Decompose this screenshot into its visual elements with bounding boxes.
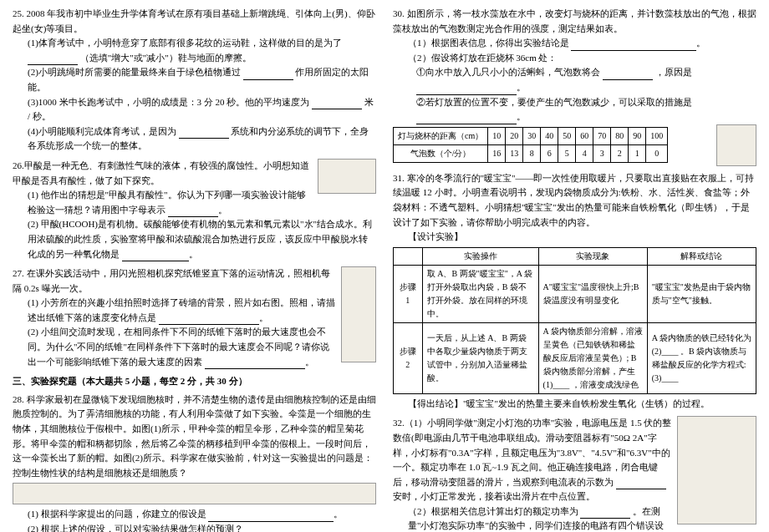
right-column: 30. 如图所示，将一枝水藻放在水中，改变灯与烧杯的距离，并计数藻枝放出的气泡，… <box>393 7 756 532</box>
q30-2a-blank1[interactable] <box>603 71 653 80</box>
q26-figure <box>318 159 376 194</box>
q32-figure <box>677 416 756 524</box>
q25-4-blank[interactable] <box>179 129 229 139</box>
q32: 32.（1）小明同学做"测定小灯泡的功率"实验，电源电压是 1.5 伏的整数倍(… <box>393 416 756 532</box>
q25-stem: 25. 2008 年我市初中毕业生升学体育考试在原有项目基础上新增跳绳、引体向上… <box>13 7 376 36</box>
q30-2b-blank[interactable] <box>416 115 517 124</box>
q30-2: （2）假设将灯放在距烧杯 36cm 处： <box>393 51 756 66</box>
table-row: 气泡数（个/分） 16 13 8 6 5 4 3 2 1 0 <box>394 144 668 162</box>
q25-1-blank[interactable] <box>28 56 78 65</box>
q31-conclusion: 【得出结论】"暖宝宝"发出的热量主要来自铁粉发生氧化（生锈）的过程。 <box>393 397 756 412</box>
q25: 25. 2008 年我市初中毕业生升学体育考试在原有项目基础上新增跳绳、引体向上… <box>13 7 376 154</box>
q26-2-blank[interactable] <box>122 252 189 261</box>
q27-2: (2) 小组间交流时发现，在相同条件下不同的纸锥下落时的最大速度也会不同。为什么… <box>13 325 376 369</box>
q31-stem: 31. 寒冷的冬季流行的"暖宝宝"——即一次性使用取暖片，只要取出直接贴在衣服上… <box>393 171 756 230</box>
q31-design-label: 【设计实验】 <box>393 230 756 245</box>
q28: 28. 科学家最初在显微镜下发现细胞核时，并不清楚生物的遗传是由细胞核控制的还是… <box>13 393 376 532</box>
q32-1-blank[interactable] <box>616 480 666 489</box>
q31-table: 实验操作 实验现象 解释或结论 步骤 1 取 A、B 两袋"暖宝宝"，A 袋打开… <box>393 247 756 394</box>
q27-1-blank[interactable] <box>159 316 259 325</box>
q30-2b: ②若灯放置的位置不变，要使产生的气泡数减少，可以采取的措施是 。 <box>393 95 756 124</box>
q25-2-blank[interactable] <box>243 71 293 80</box>
q28-stem: 28. 科学家最初在显微镜下发现细胞核时，并不清楚生物的遗传是由细胞核控制的还是… <box>13 393 376 481</box>
q30-2a-blank2[interactable] <box>416 86 517 95</box>
q26-1-blank[interactable] <box>168 208 218 217</box>
q25-2: (2)小明跳绳时所需要的能量最终来自于绿色植物通过 作用所固定的太阳能。 <box>13 65 376 94</box>
q30-table: 灯与烧杯的距离（cm） 10 20 30 40 50 60 70 80 90 1… <box>393 127 668 163</box>
q27: 27. 在课外实践活动中，用闪光照相机探究纸锥竖直下落的运动情况，照相机每隔 0… <box>13 266 376 369</box>
q25-4: (4)小明能顺利完成体育考试，是因为 系统和内分泌系统的调节下，全身各系统形成一… <box>13 124 376 154</box>
table-row: 实验操作 实验现象 解释或结论 <box>394 247 756 265</box>
q32-2-blank[interactable] <box>580 509 630 519</box>
q30-2a: ①向水中放入几只小小的活蝌蚪，气泡数将会 ，原因是 。 <box>393 65 756 94</box>
q28-2-blank[interactable] <box>245 528 345 532</box>
q30-stem: 30. 如图所示，将一枝水藻放在水中，改变灯与烧杯的距离，并计数藻枝放出的气泡，… <box>393 7 756 36</box>
q28-1: (1) 根据科学家提出的问题，你建立的假设是 。 <box>13 507 376 522</box>
q30-figure <box>716 124 756 166</box>
q25-1: (1)体育考试中，小明特意穿了底部有很多花纹的运动鞋，这样做的目的是为了 （选填… <box>13 36 376 65</box>
table-row: 步骤 2 一天后，从上述 A、B 两袋中各取少量袋内物质于两支试管中，分别加入适… <box>394 322 756 393</box>
q26: 26.甲酸是一种无色、有刺激性气味的液体，有较强的腐蚀性。小明想知道甲酸是否具有… <box>13 159 376 261</box>
q27-figure <box>341 266 376 362</box>
q27-stem: 27. 在课外实践活动中，用闪光照相机探究纸锥竖直下落的运动情况，照相机每隔 0… <box>13 266 376 296</box>
q26-2: (2) 甲酸(HCOOH)是有机物。碳酸能够使有机物的氢元素和氧元素以"水"结合… <box>13 217 376 261</box>
q28-figure <box>13 483 376 504</box>
q30: 30. 如图所示，将一枝水藻放在水中，改变灯与烧杯的距离，并计数藻枝放出的气泡，… <box>393 7 756 166</box>
q25-3: (3)1000 米中长跑考试中，小明的成绩是：3 分 20 秒。他的平均速度为 … <box>13 95 376 124</box>
q31: 31. 寒冷的冬季流行的"暖宝宝"——即一次性使用取暖片，只要取出直接贴在衣服上… <box>393 171 756 412</box>
section-3-title: 三、实验探究题（本大题共 5 小题，每空 2 分，共 30 分） <box>13 374 376 389</box>
q25-3-blank[interactable] <box>312 100 362 109</box>
q27-2-blank[interactable] <box>205 360 305 369</box>
q30-1: （1）根据图表信息，你得出实验结论是 。 <box>393 36 756 51</box>
q28-2: (2) 根据上述的假设，可以对实验结果做怎样的预测？ <box>13 522 376 532</box>
q30-1-blank[interactable] <box>571 42 696 51</box>
q27-1: (1) 小芳所在的兴趣小组拍照时选择了砖墙的背景，照片如右图。照相，请描述出纸锥… <box>13 296 376 325</box>
table-row: 步骤 1 取 A、B 两袋"暖宝宝"，A 袋打开外袋取出内袋，B 袋不打开外袋。… <box>394 265 756 322</box>
table-row: 灯与烧杯的距离（cm） 10 20 30 40 50 60 70 80 90 1… <box>394 127 668 144</box>
left-column: 25. 2008 年我市初中毕业生升学体育考试在原有项目基础上新增跳绳、引体向上… <box>13 7 376 532</box>
q28-1-blank[interactable] <box>208 513 334 522</box>
